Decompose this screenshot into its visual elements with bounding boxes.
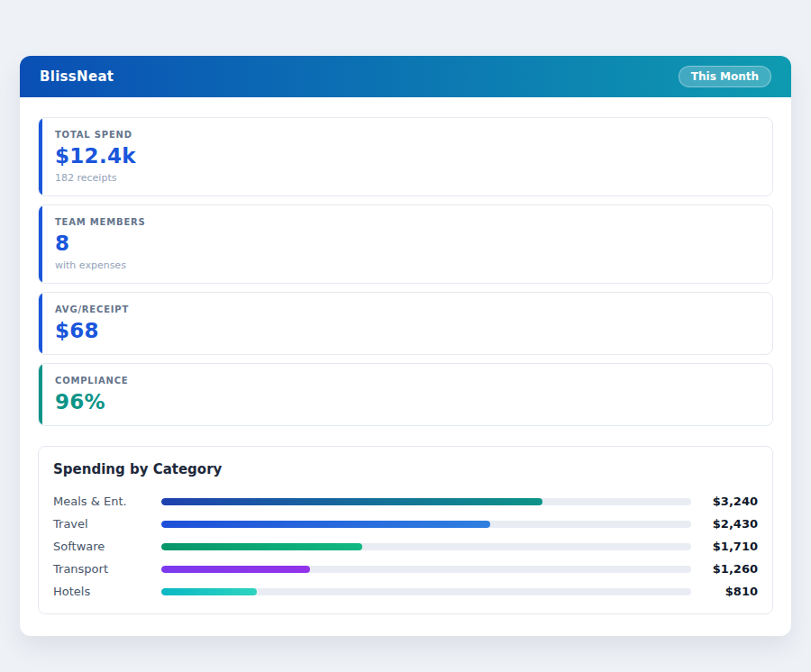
stat-value: 8: [55, 232, 758, 255]
app-header: BlissNeat This Month: [20, 56, 791, 97]
category-amount: $1,260: [702, 562, 758, 576]
stat-card-total-spend: TOTAL SPEND $12.4k 182 receipts: [38, 117, 773, 196]
stat-card-compliance: COMPLIANCE 96%: [38, 363, 773, 426]
category-label: Travel: [53, 517, 150, 531]
stat-value: $68: [55, 319, 758, 342]
stat-label: TOTAL SPEND: [55, 130, 758, 140]
app-title: BlissNeat: [40, 68, 114, 85]
category-amount: $1,710: [702, 540, 758, 553]
bar-fill: [161, 543, 362, 550]
stat-label: COMPLIANCE: [55, 376, 758, 386]
accent-bar: [39, 364, 42, 425]
stats-section: TOTAL SPEND $12.4k 182 receipts TEAM MEM…: [20, 97, 791, 426]
bar-track: [161, 566, 691, 573]
category-row-travel: Travel $2,430: [53, 513, 758, 535]
period-badge[interactable]: This Month: [679, 66, 771, 87]
bar-fill: [161, 566, 310, 573]
stat-card-avg-receipt: AVG/RECEIPT $68: [38, 292, 773, 355]
accent-bar: [39, 205, 42, 283]
bar-track: [161, 498, 691, 505]
category-label: Software: [53, 540, 150, 553]
accent-bar: [39, 118, 42, 195]
stat-label: AVG/RECEIPT: [55, 304, 758, 314]
category-label: Meals & Ent.: [53, 495, 150, 508]
category-row-hotels: Hotels $810: [53, 580, 758, 603]
bar-track: [161, 521, 691, 528]
bar-fill: [161, 588, 257, 595]
dashboard-card: BlissNeat This Month TOTAL SPEND $12.4k …: [20, 56, 791, 636]
stat-subtext: 182 receipts: [55, 172, 758, 184]
spending-by-category-card: Spending by Category Meals & Ent. $3,240…: [38, 446, 773, 614]
stat-value: $12.4k: [55, 144, 758, 168]
bar-track: [161, 588, 691, 595]
category-amount: $810: [702, 585, 758, 598]
bar-fill: [161, 521, 490, 528]
category-label: Hotels: [53, 585, 150, 598]
category-row-meals: Meals & Ent. $3,240: [53, 490, 758, 513]
stat-subtext: with expenses: [55, 259, 758, 271]
category-row-transport: Transport $1,260: [53, 558, 758, 580]
accent-bar: [39, 293, 42, 354]
category-amount: $3,240: [702, 495, 758, 508]
spending-title: Spending by Category: [53, 461, 758, 477]
category-label: Transport: [53, 562, 150, 576]
stat-label: TEAM MEMBERS: [55, 217, 758, 227]
stat-card-team-members: TEAM MEMBERS 8 with expenses: [38, 204, 773, 284]
category-amount: $2,430: [702, 517, 758, 531]
bar-fill: [161, 498, 542, 505]
stat-value: 96%: [55, 390, 758, 413]
category-row-software: Software $1,710: [53, 535, 758, 558]
bar-track: [161, 543, 691, 550]
